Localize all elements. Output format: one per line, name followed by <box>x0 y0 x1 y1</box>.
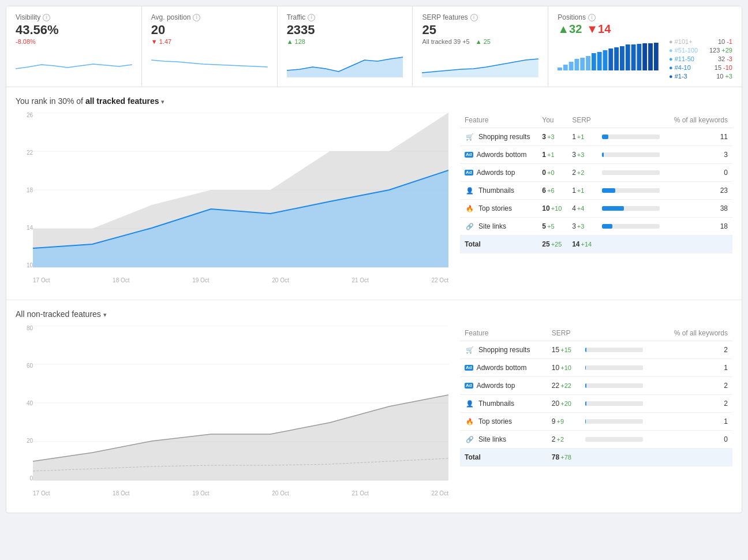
svg-rect-16 <box>637 44 642 70</box>
shopping-icon: 🛒 <box>465 133 475 141</box>
svg-rect-15 <box>631 44 636 70</box>
metric-visibility: Visibility i 43.56% -8.08% <box>6 6 142 87</box>
non-tracked-x-axis: 17 Oct 18 Oct 19 Oct 20 Oct 21 Oct 22 Oc… <box>33 487 448 499</box>
metrics-bar: Visibility i 43.56% -8.08% Avg. position… <box>6 6 742 87</box>
serp-features-info-icon[interactable]: i <box>470 14 478 21</box>
serp-features-value: 25 <box>422 23 538 38</box>
tracked-x-axis: 17 Oct 18 Oct 19 Oct 20 Oct 21 Oct 22 Oc… <box>33 274 448 286</box>
avg-position-sparkline <box>151 48 268 77</box>
svg-marker-0 <box>287 57 403 77</box>
svg-rect-7 <box>586 56 590 70</box>
nt-ad-bottom-icon: Ad <box>465 365 473 371</box>
positions-info-icon[interactable]: i <box>588 14 596 21</box>
non-tracked-title: All non-tracked features ▾ <box>16 309 732 319</box>
table-row: 🔥 Top stories 10+10 4+4 38 <box>460 200 732 218</box>
feature-name-top-stories: Top stories <box>478 204 512 212</box>
non-tracked-chart-canvas <box>33 326 448 481</box>
nt-col-feature: Feature <box>460 326 547 341</box>
ad-top-icon: Ad <box>465 170 473 176</box>
feature-name-adwords-bottom: Adwords bottom <box>477 151 527 159</box>
visibility-label: Visibility <box>16 13 40 21</box>
tracked-chart-table-row: 26 22 18 14 10 <box>16 113 732 286</box>
svg-rect-18 <box>648 43 653 70</box>
tracked-section: You rank in 30% of all tracked features … <box>6 87 742 300</box>
svg-rect-10 <box>603 50 608 70</box>
nt-col-serp: SERP <box>547 326 581 341</box>
svg-rect-5 <box>575 59 579 70</box>
tracked-title: You rank in 30% of all tracked features … <box>16 96 732 106</box>
metric-positions: Positions i ▲32 ▼14 <box>548 6 742 87</box>
visibility-change: -8.08% <box>16 38 132 45</box>
nt-col-pct: % of all keywords <box>659 326 732 341</box>
col-bar <box>597 113 667 128</box>
tracked-table-area: Feature You SERP % of all keywords <box>460 113 732 286</box>
col-feature: Feature <box>460 113 537 128</box>
table-row: 🔥 Top stories 9+9 1 <box>460 413 732 431</box>
table-row: Ad Adwords bottom 1+1 3+3 3 <box>460 146 732 164</box>
metric-serp-features: SERP features i 25 All tracked 39 +5 ▲ 2… <box>413 6 548 87</box>
tracked-chart-wrapper: 26 22 18 14 10 <box>16 113 448 286</box>
feature-name-shopping: Shopping results <box>478 133 530 141</box>
nt-feature-name-top-stories: Top stories <box>478 417 512 425</box>
metric-traffic: Traffic i 2335 ▲ 128 <box>278 6 413 87</box>
non-tracked-dropdown[interactable]: ▾ <box>103 311 107 318</box>
nt-feature-name-site-links: Site links <box>478 435 506 443</box>
serp-features-label: SERP features <box>422 13 468 21</box>
serp-features-sparkline <box>422 48 538 77</box>
non-tracked-chart-table-row: 80 60 40 20 0 <box>16 326 732 499</box>
svg-rect-4 <box>569 62 574 70</box>
non-tracked-total-row: Total 78+78 <box>460 449 732 466</box>
visibility-sparkline <box>16 48 132 77</box>
feature-name-adwords-top: Adwords top <box>477 169 515 177</box>
col-pct: % of all keywords <box>667 113 732 128</box>
positions-sparkline <box>558 42 660 70</box>
tracked-dropdown[interactable]: ▾ <box>161 98 164 105</box>
thumbnails-icon: 👤 <box>465 186 475 195</box>
svg-rect-8 <box>592 53 596 70</box>
nt-col-bar <box>581 326 659 341</box>
nt-feature-name-adwords-top: Adwords top <box>477 382 515 390</box>
visibility-info-icon[interactable]: i <box>43 14 50 21</box>
avg-position-change: ▼ 1.47 <box>151 38 268 45</box>
table-row: 🛒 Shopping results 3+3 1+1 11 <box>460 128 732 146</box>
traffic-value: 2335 <box>287 23 403 38</box>
table-row: Ad Adwords top 22+22 2 <box>460 377 732 395</box>
positions-down-value: ▼14 <box>586 23 611 36</box>
svg-rect-14 <box>626 44 630 70</box>
nt-feature-name-thumbnails: Thumbnails <box>478 400 514 408</box>
svg-rect-11 <box>609 48 614 70</box>
avg-position-value: 20 <box>151 23 268 38</box>
nt-feature-name-adwords-bottom: Adwords bottom <box>477 364 527 372</box>
svg-rect-2 <box>558 68 562 70</box>
avg-position-info-icon[interactable]: i <box>193 14 200 21</box>
traffic-change: ▲ 128 <box>287 38 403 45</box>
feature-name-site-links: Site links <box>478 222 506 230</box>
table-row: 👤 Thumbnails 20+20 2 <box>460 395 732 413</box>
traffic-label: Traffic <box>287 13 306 21</box>
table-row: Ad Adwords top 0+0 2+2 0 <box>460 164 732 182</box>
nt-thumbnails-icon: 👤 <box>465 400 475 408</box>
table-row: Ad Adwords bottom 10+10 1 <box>460 359 732 377</box>
tracked-feature-table: Feature You SERP % of all keywords <box>460 113 732 253</box>
tracked-chart-canvas <box>33 113 448 268</box>
ad-bottom-icon: Ad <box>465 152 473 158</box>
traffic-info-icon[interactable]: i <box>308 14 315 21</box>
positions-legend: ● #101+ 10 -1 ● #51-100 123 +29 ● #11-50… <box>669 38 732 80</box>
visibility-value: 43.56% <box>16 23 132 38</box>
non-tracked-feature-table: Feature SERP % of all keywords 🛒 <box>460 326 732 466</box>
non-tracked-chart-wrapper: 80 60 40 20 0 <box>16 326 448 499</box>
nt-feature-name-shopping: Shopping results <box>478 346 530 354</box>
col-serp: SERP <box>567 113 597 128</box>
tracked-chart-area: 26 22 18 14 10 <box>16 113 448 286</box>
svg-rect-12 <box>614 47 619 70</box>
metric-avg-position: Avg. position i 20 ▼ 1.47 <box>142 6 278 87</box>
nt-top-stories-icon: 🔥 <box>465 417 475 425</box>
serp-features-change: ▲ 25 <box>476 38 491 45</box>
svg-rect-6 <box>581 58 585 70</box>
table-row: 🔗 Site links 2+2 0 <box>460 431 732 449</box>
table-row: 🔗 Site links 5+5 3+3 18 <box>460 218 732 236</box>
svg-rect-13 <box>620 46 624 70</box>
non-tracked-chart-area: 80 60 40 20 0 <box>16 326 448 499</box>
positions-label: Positions <box>558 13 586 21</box>
table-row: 🛒 Shopping results 15+15 2 <box>460 341 732 359</box>
